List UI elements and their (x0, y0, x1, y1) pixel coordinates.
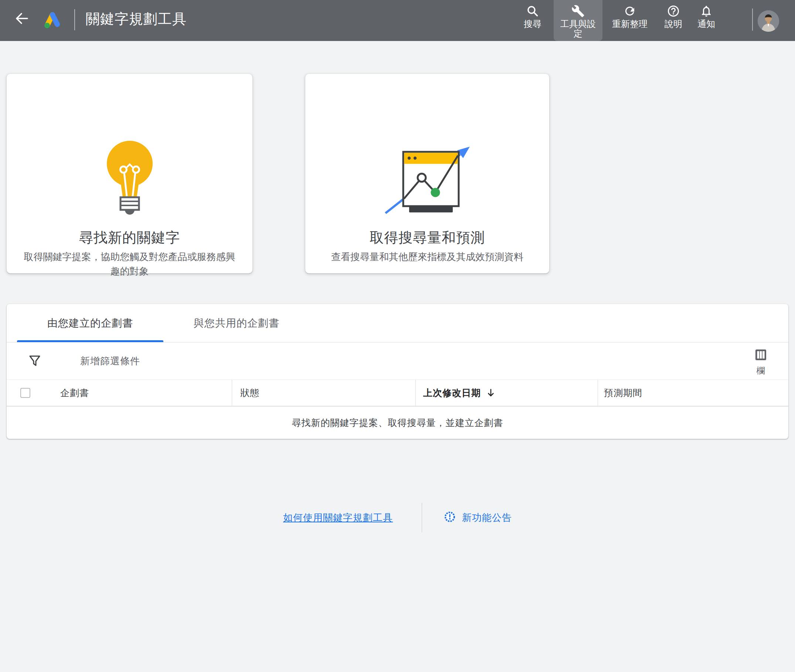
avatar-divider (752, 8, 753, 30)
add-filter-input[interactable]: 新增篩選條件 (80, 342, 598, 380)
plans-panel: 由您建立的企劃書 與您共用的企劃書 新增篩選條件 欄 企劃書 (6, 304, 789, 439)
back-arrow-icon (13, 10, 30, 28)
search-icon (526, 0, 539, 18)
active-tab-indicator (17, 340, 163, 342)
google-ads-logo-icon[interactable] (42, 10, 60, 30)
lightbulb-icon (6, 117, 252, 239)
columns-label: 欄 (757, 365, 765, 376)
notifications-button[interactable]: 通知 (690, 0, 723, 41)
column-header-plan[interactable]: 企劃書 (6, 380, 232, 406)
column-header-status[interactable]: 狀態 (232, 380, 415, 406)
tabs-bar: 由您建立的企劃書 與您共用的企劃書 (6, 304, 789, 342)
card-title: 取得搜尋量和預測 (305, 228, 549, 247)
card-title: 尋找新的關鍵字 (6, 228, 252, 247)
filter-funnel-icon (29, 355, 41, 369)
refresh-button[interactable]: 重新整理 (606, 0, 654, 41)
tools-settings-button[interactable]: 工具與設定 (554, 0, 603, 41)
card-description: 取得關鍵字提案，協助您觸及對您產品或服務感興趣的對象 (22, 250, 237, 278)
back-button[interactable] (13, 11, 30, 27)
card-description: 查看搜尋量和其他歷來指標及其成效預測資料 (320, 250, 534, 264)
whats-new-link[interactable]: 新功能公告 (444, 511, 512, 524)
bell-icon (700, 0, 713, 18)
columns-button[interactable]: 欄 (750, 349, 772, 379)
columns-icon (755, 349, 766, 362)
page-title: 關鍵字規劃工具 (86, 11, 187, 27)
sort-descending-icon (486, 388, 495, 397)
get-search-volume-card[interactable]: 取得搜尋量和預測 查看搜尋量和其他歷來指標及其成效預測資料 (305, 74, 549, 274)
help-button[interactable]: 說明 (657, 0, 690, 41)
column-header-last-modified[interactable]: 上次修改日期 (415, 380, 598, 406)
chart-forecast-icon (305, 117, 549, 239)
help-icon (667, 0, 680, 18)
refresh-icon (623, 0, 636, 18)
top-app-bar: 關鍵字規劃工具 搜尋 工具與設定 重新整理 (0, 0, 795, 41)
column-header-forecast-period[interactable]: 預測期間 (598, 380, 789, 406)
empty-state-message: 尋找新的關鍵字提案、取得搜尋量，並建立企劃書 (6, 407, 789, 438)
tab-plans-shared-with-you[interactable]: 與您共用的企劃書 (163, 304, 310, 342)
new-releases-icon (444, 511, 455, 524)
table-header-row: 企劃書 狀態 上次修改日期 預測期間 (6, 380, 789, 407)
account-avatar[interactable] (758, 10, 779, 32)
title-divider (74, 9, 75, 30)
footer: 如何使用關鍵字規劃工具 新功能公告 (0, 502, 795, 533)
find-new-keywords-card[interactable]: 尋找新的關鍵字 取得關鍵字提案，協助您觸及對您產品或服務感興趣的對象 (6, 74, 252, 274)
search-button[interactable]: 搜尋 (516, 0, 549, 41)
filter-bar: 新增篩選條件 欄 (6, 342, 789, 380)
how-to-use-link[interactable]: 如何使用關鍵字規劃工具 (283, 511, 393, 524)
tab-plans-created-by-you[interactable]: 由您建立的企劃書 (17, 304, 163, 342)
select-all-checkbox[interactable] (20, 388, 30, 398)
wrench-icon (571, 0, 585, 18)
